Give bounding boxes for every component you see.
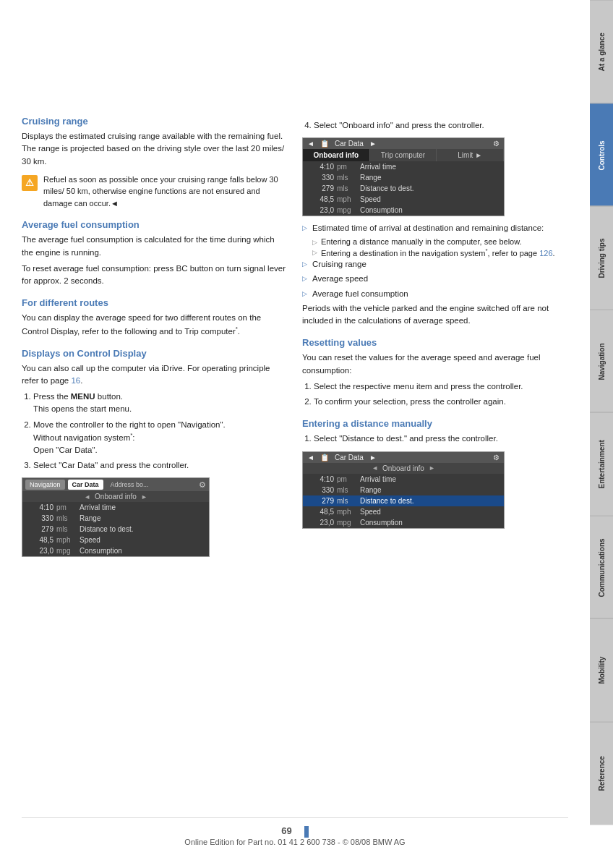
step-3: Select "Car Data" and press the controll… xyxy=(33,459,288,472)
bullet-estimated: ▷ Estimated time of arrival at destinati… xyxy=(302,222,568,234)
avg-fuel-body1: The average fuel consumption is calculat… xyxy=(22,234,288,259)
tab-limit: Limit ► xyxy=(437,149,504,161)
sidebar-tab-controls[interactable]: Controls xyxy=(590,103,613,207)
step-1: Press the MENU button. This opens the st… xyxy=(33,391,288,416)
sub-bullet-2: ▷ Entering a destination in the navigati… xyxy=(312,247,568,258)
screen-mock-onboard: ◄ 📋 Car Data ► ⚙ Onboard info Trip compu… xyxy=(302,137,505,216)
sidebar-tab-navigation[interactable]: Navigation xyxy=(590,310,613,413)
entering-steps: Select "Distance to dest." and press the… xyxy=(302,433,568,445)
screen-mock-nav: Navigation Car Data Address bo... ⚙ ◄ On… xyxy=(22,477,210,557)
sidebar-tab-communications[interactable]: Communications xyxy=(590,516,613,619)
different-routes-body: You can display the average speed for tw… xyxy=(22,312,288,337)
bullet-avg-fuel: ▷ Average fuel consumption xyxy=(302,288,568,300)
nav-tab-address: Address bo... xyxy=(106,480,153,490)
sidebar-tab-reference[interactable]: Reference xyxy=(590,722,613,825)
tab-onboard-info: Onboard info xyxy=(303,149,370,161)
bullet-avg-speed: ▷ Average speed xyxy=(302,273,568,285)
warning-box: ⚠ Refuel as soon as possible once your c… xyxy=(22,174,288,210)
tab-trip-computer: Trip computer xyxy=(370,149,437,161)
parked-note: Periods with the vehicle parked and the … xyxy=(302,302,568,328)
onboard-row-5: 23,0mpgConsumption xyxy=(303,205,504,216)
onboard-row-4: 48,5mphSpeed xyxy=(303,194,504,205)
settings-icon: ⚙ xyxy=(199,480,206,490)
screen-header-1: ◄ 📋 Car Data ► ⚙ xyxy=(303,138,504,149)
screen-row-5: 23,0mpgConsumption xyxy=(22,545,209,556)
screen-header-3: ◄ 📋 Car Data ► ⚙ xyxy=(303,452,504,463)
sidebar-tab-mobility[interactable]: Mobility xyxy=(590,618,613,722)
dist-row-5: 23,0mpgConsumption xyxy=(303,517,504,528)
sub-bullet-1: ▷ Entering a distance manually in the co… xyxy=(312,237,568,246)
dist-row-4: 48,5mphSpeed xyxy=(303,506,504,517)
resetting-body: You can reset the values for the average… xyxy=(302,352,568,377)
screen-row-2: 330mlsRange xyxy=(22,513,209,524)
left-column: Cruising range Displays the estimated cr… xyxy=(22,116,288,806)
blue-bar xyxy=(304,826,309,838)
sidebar-tab-driving-tips[interactable]: Driving tips xyxy=(590,206,613,310)
screen-tabs-1: Onboard info Trip computer Limit ► xyxy=(303,149,504,161)
resetting-step-1: Select the respective menu item and pres… xyxy=(314,380,568,393)
step-2: Move the controller to the right to open… xyxy=(33,419,288,457)
page-number: 69 xyxy=(281,825,291,836)
dist-row-2: 330mlsRange xyxy=(303,485,504,495)
step-4: Select "Onboard info" and press the cont… xyxy=(314,119,568,132)
sidebar-tab-at-a-glance[interactable]: At a glance xyxy=(590,0,613,103)
sidebar: At a glance Controls Driving tips Naviga… xyxy=(590,0,613,825)
entering-step-1: Select "Distance to dest." and press the… xyxy=(314,433,568,445)
cruising-range-body: Displays the estimated cruising range av… xyxy=(22,130,288,168)
nav-tab-cardata: Car Data xyxy=(68,480,103,490)
cruising-range-title: Cruising range xyxy=(22,116,288,127)
screen-mock-distance: ◄ 📋 Car Data ► ⚙ ◄ Onboard info ► 4:10pm… xyxy=(302,451,505,529)
footer: 69 Online Edition for Part no. 01 41 2 6… xyxy=(22,817,568,854)
screen-row-4: 48,5mphSpeed xyxy=(22,535,209,545)
right-column: Select "Onboard info" and press the cont… xyxy=(302,116,568,806)
displays-control-body: You can also call up the computer via iD… xyxy=(22,362,288,388)
avg-fuel-body2: To reset average fuel consumption: press… xyxy=(22,263,288,288)
screen-subtitle-3: ◄ Onboard info ► xyxy=(303,463,504,474)
onboard-row-1: 4:10pmArrival time xyxy=(303,161,504,172)
warning-icon: ⚠ xyxy=(22,175,38,191)
bullet-cruising: ▷ Cruising range xyxy=(302,258,568,271)
nav-screen-tabs: Navigation Car Data Address bo... ⚙ xyxy=(22,478,209,491)
steps-list: Press the MENU button. This opens the st… xyxy=(22,391,288,472)
dist-row-1: 4:10pmArrival time xyxy=(303,474,504,485)
onboard-row-2: 330mlsRange xyxy=(303,172,504,183)
sidebar-tab-entertainment[interactable]: Entertainment xyxy=(590,412,613,516)
displays-control-title: Displays on Control Display xyxy=(22,348,288,359)
nav-tab-navigation: Navigation xyxy=(25,480,65,490)
resetting-steps: Select the respective menu item and pres… xyxy=(302,380,568,409)
different-routes-title: For different routes xyxy=(22,297,288,308)
screen-row-3: 279mlsDistance to dest. xyxy=(22,524,209,535)
page-wrapper: At a glance Controls Driving tips Naviga… xyxy=(0,0,613,868)
resetting-step-2: To confirm your selection, press the con… xyxy=(314,396,568,408)
screen-row-1: 4:10pmArrival time xyxy=(22,502,209,513)
avg-fuel-title: Average fuel consumption xyxy=(22,219,288,230)
screen-subtitle-2: ◄ Onboard info ► xyxy=(22,491,209,502)
warning-text: Refuel as soon as possible once your cru… xyxy=(43,174,288,210)
entering-title: Entering a distance manually xyxy=(302,418,568,429)
resetting-title: Resetting values xyxy=(302,337,568,348)
footer-text: Online Edition for Part no. 01 41 2 600 … xyxy=(184,838,405,846)
main-content: Cruising range Displays the estimated cr… xyxy=(0,0,590,868)
right-steps-list: Select "Onboard info" and press the cont… xyxy=(302,119,568,132)
dist-row-3-highlighted: 279mlsDistance to dest. xyxy=(303,495,504,506)
onboard-row-3: 279mlsDistance to dest. xyxy=(303,183,504,194)
